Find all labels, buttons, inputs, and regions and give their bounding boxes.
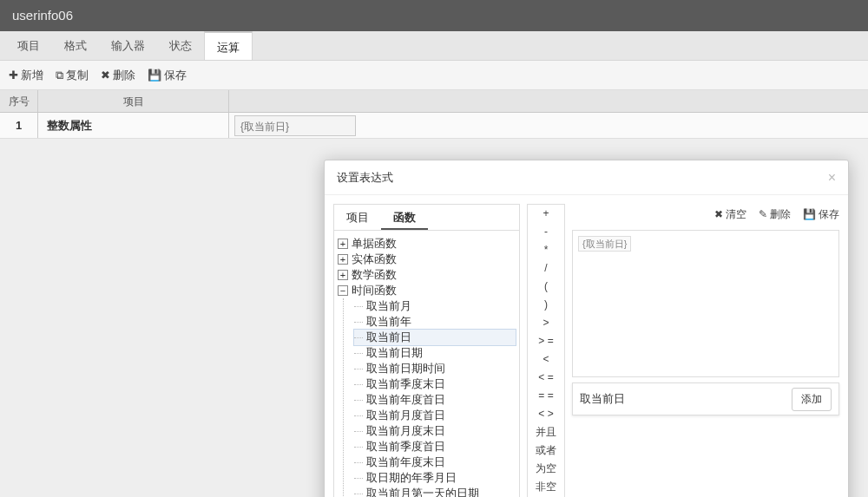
app-header: userinfo06	[0, 0, 868, 31]
operator-column: + - * / ( ) > > = < < = = = < > 并且 或者 为空…	[527, 204, 565, 497]
tree-leaf[interactable]: 取当前季度末日	[354, 376, 516, 392]
tree-leaf[interactable]: 取当前月第一天的日期	[354, 486, 516, 497]
tab-input[interactable]: 输入器	[99, 31, 157, 60]
save-button[interactable]: 💾 保存	[148, 68, 187, 83]
expression-dialog: 设置表达式 × 项目 函数 + 单据函数 + 实体函数	[324, 160, 849, 497]
tab-status[interactable]: 状态	[157, 31, 204, 60]
expand-icon[interactable]: +	[338, 254, 348, 265]
op-eq[interactable]: = =	[528, 387, 564, 405]
left-tab-function[interactable]: 函数	[381, 205, 428, 230]
tree-leaf[interactable]: 取当前月度末日	[354, 423, 516, 439]
tree-group-time[interactable]: − 时间函数	[338, 283, 516, 298]
group-label: 数学函数	[352, 267, 397, 283]
op-gte[interactable]: > =	[528, 332, 564, 350]
tree-leaf[interactable]: 取当前月度首日	[354, 408, 516, 423]
clear-label: 清空	[726, 207, 746, 222]
collapse-icon[interactable]: −	[338, 285, 348, 296]
erase-label: 删除	[770, 207, 791, 222]
add-label: 新增	[21, 68, 43, 83]
delete-button[interactable]: ✖ 删除	[101, 68, 135, 83]
save-expr-label: 保存	[819, 207, 839, 222]
selected-function-label: 取当前日	[580, 391, 625, 407]
main-tabbar: 项目 格式 输入器 状态 运算	[0, 31, 868, 61]
plus-icon: ✚	[9, 69, 18, 82]
op-notnull[interactable]: 非空	[528, 478, 564, 496]
tab-operation[interactable]: 运算	[204, 31, 253, 60]
expand-icon[interactable]: +	[338, 239, 348, 249]
eraser-icon: ✎	[759, 208, 767, 220]
op-minus[interactable]: -	[528, 223, 564, 241]
expression-textarea[interactable]: {取当前日}	[572, 230, 839, 377]
add-row: 取当前日 添加	[572, 383, 839, 415]
dialog-titlebar: 设置表达式 ×	[325, 160, 848, 195]
copy-button[interactable]: ⧉ 复制	[56, 68, 89, 83]
add-button[interactable]: ✚ 新增	[9, 68, 43, 83]
tree-leaf[interactable]: 取当前日期时间	[354, 361, 516, 376]
tree-group-math[interactable]: + 数学函数	[338, 267, 516, 283]
erase-button[interactable]: ✎ 删除	[759, 207, 791, 222]
expression-panel: ✖ 清空 ✎ 删除 💾 保存 {取当前日} 取当前日	[572, 204, 839, 497]
copy-label: 复制	[66, 68, 89, 83]
op-div[interactable]: /	[528, 259, 564, 278]
function-panel: 项目 函数 + 单据函数 + 实体函数 + 数学函数	[333, 204, 520, 497]
group-label: 单据函数	[352, 236, 397, 252]
op-neq[interactable]: < >	[528, 405, 564, 423]
dialog-title-text: 设置表达式	[337, 160, 393, 195]
op-or[interactable]: 或者	[528, 441, 564, 460]
left-tab-project[interactable]: 项目	[334, 205, 381, 230]
save-icon: 💾	[148, 69, 161, 82]
delete-label: 删除	[113, 68, 135, 83]
tab-format[interactable]: 格式	[52, 31, 99, 60]
op-mul[interactable]: *	[528, 241, 564, 259]
op-null[interactable]: 为空	[528, 460, 564, 478]
dialog-body: 项目 函数 + 单据函数 + 实体函数 + 数学函数	[325, 195, 848, 497]
tree-leaf[interactable]: 取当前日	[354, 330, 516, 345]
add-function-button[interactable]: 添加	[792, 388, 832, 411]
x-icon: ✖	[714, 208, 723, 220]
close-icon[interactable]: ×	[828, 160, 836, 195]
tree-leaf[interactable]: 取当前年度末日	[354, 454, 516, 470]
group-label: 实体函数	[352, 252, 397, 267]
app-title: userinfo06	[12, 8, 73, 23]
main-toolbar: ✚ 新增 ⧉ 复制 ✖ 删除 💾 保存	[0, 61, 868, 90]
copy-icon: ⧉	[56, 69, 63, 82]
expand-icon[interactable]: +	[338, 270, 348, 280]
op-plus[interactable]: +	[528, 205, 564, 223]
save-expr-button[interactable]: 💾 保存	[803, 207, 839, 222]
tree-leaf[interactable]: 取日期的年季月日	[354, 470, 516, 486]
save-icon: 💾	[803, 208, 816, 220]
tree-leaf[interactable]: 取当前年	[354, 314, 516, 330]
x-icon: ✖	[101, 69, 110, 82]
tree-group-entity[interactable]: + 实体函数	[338, 252, 516, 267]
tab-project[interactable]: 项目	[5, 31, 52, 60]
save-label: 保存	[164, 68, 187, 83]
clear-button[interactable]: ✖ 清空	[714, 207, 746, 222]
tree-leaf[interactable]: 取当前年度首日	[354, 392, 516, 408]
function-tree: + 单据函数 + 实体函数 + 数学函数 − 时间函数	[334, 231, 519, 497]
expression-token[interactable]: {取当前日}	[578, 236, 631, 252]
tree-leaf[interactable]: 取当前季度首日	[354, 439, 516, 454]
op-and[interactable]: 并且	[528, 423, 564, 441]
content-area: 序号 项目 1 整数属性 {取当前日} 设置表达式 × 项目 函数	[0, 90, 868, 497]
right-toolbar: ✖ 清空 ✎ 删除 💾 保存	[572, 204, 839, 225]
op-lt[interactable]: <	[528, 350, 564, 369]
op-lparen[interactable]: (	[528, 278, 564, 296]
op-rparen[interactable]: )	[528, 296, 564, 314]
tree-leaf[interactable]: 取当前日期	[354, 345, 516, 361]
op-gt[interactable]: >	[528, 314, 564, 332]
op-lte[interactable]: < =	[528, 369, 564, 387]
group-label: 时间函数	[352, 283, 397, 298]
tree-children-time: 取当前月 取当前年 取当前日 取当前日期 取当前日期时间 取当前季度末日 取当前…	[343, 298, 516, 497]
left-tabbar: 项目 函数	[334, 205, 519, 231]
tree-group-doc[interactable]: + 单据函数	[338, 236, 516, 252]
tree-leaf[interactable]: 取当前月	[354, 298, 516, 314]
